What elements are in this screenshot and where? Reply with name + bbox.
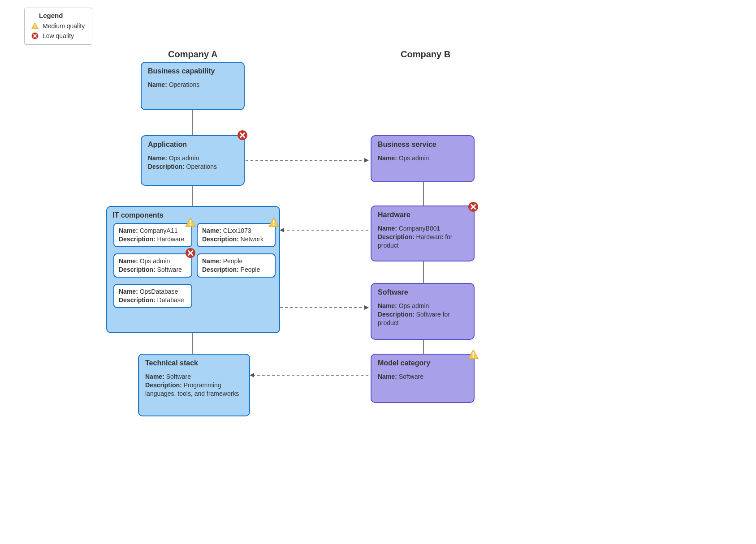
name-label: Name: (119, 288, 138, 295)
name-label: Name: (119, 227, 138, 234)
svg-rect-16 (273, 220, 275, 223)
legend-medium-label: Medium quality (43, 22, 85, 30)
software-name: Ops admin (399, 302, 429, 309)
it-database-name: OpsDatabase (140, 288, 178, 295)
name-label: Name: (148, 154, 167, 162)
desc-label: Description: (378, 311, 415, 318)
model-category-name-row: Name: Software (378, 373, 467, 381)
it-people-desc: People (241, 266, 260, 273)
svg-rect-11 (35, 27, 35, 28)
name-label: Name: (378, 373, 397, 380)
business-capability-title: Business capability (148, 67, 238, 75)
desc-label: Description: (202, 266, 239, 273)
it-database-desc: Database (157, 296, 184, 304)
name-label: Name: (378, 225, 397, 232)
technical-stack-name-row: Name: Software (145, 373, 243, 381)
application-node: Application Name: Ops admin Description:… (141, 135, 245, 186)
svg-rect-14 (190, 220, 191, 223)
technical-stack-name: Software (166, 373, 191, 380)
desc-label: Description: (119, 266, 156, 273)
it-people-name: People (223, 257, 243, 265)
name-label: Name: (378, 154, 397, 162)
application-low-badge (237, 130, 248, 141)
name-label: Name: (145, 373, 164, 380)
legend-title: Legend (39, 12, 86, 19)
name-label: Name: (378, 302, 397, 309)
application-name: Ops admin (169, 154, 199, 162)
it-component-network: Name: CLxx1073 Description: Network (197, 223, 276, 247)
hardware-name-row: Name: CompanyB001 (378, 224, 467, 233)
warning-triangle-icon (30, 22, 40, 30)
model-category-medium-badge (468, 349, 479, 360)
desc-label: Description: (148, 163, 185, 170)
svg-rect-17 (273, 224, 275, 226)
diagram-canvas: Legend Medium quality Low quality Compan… (0, 0, 756, 544)
svg-rect-21 (473, 356, 474, 358)
application-desc-row: Description: Operations (148, 163, 238, 171)
name-label: Name: (202, 227, 221, 234)
it-software-name: Ops admin (140, 257, 170, 265)
it-network-desc: Network (241, 236, 264, 243)
name-label: Name: (148, 81, 167, 88)
error-circle-icon (30, 32, 40, 40)
desc-label: Description: (378, 233, 415, 240)
technical-stack-node: Technical stack Name: Software Descripti… (138, 354, 250, 416)
it-hardware-desc: Hardware (157, 236, 185, 243)
company-a-heading: Company A (168, 49, 217, 60)
legend-low-row: Low quality (30, 32, 86, 40)
model-category-name: Software (399, 373, 423, 380)
legend-box: Legend Medium quality Low quality (24, 8, 92, 45)
hardware-desc-row: Description: Hardware for product (378, 233, 467, 250)
hardware-title: Hardware (378, 211, 467, 219)
business-service-name: Ops admin (399, 154, 429, 162)
legend-low-label: Low quality (43, 32, 74, 39)
desc-label: Description: (119, 296, 156, 304)
technical-stack-desc-row: Description: Programming languages, tool… (145, 381, 243, 398)
name-label: Name: (119, 257, 138, 265)
software-title: Software (378, 288, 467, 296)
software-desc-row: Description: Software for product (378, 310, 467, 327)
it-component-software: Name: Ops admin Description: Software (113, 253, 192, 278)
legend-medium-row: Medium quality (30, 22, 86, 30)
it-component-hardware: Name: CompanyA11 Description: Hardware (113, 223, 192, 247)
business-service-node: Business service Name: Ops admin (371, 135, 475, 182)
desc-label: Description: (202, 236, 239, 243)
business-capability-name-row: Name: Operations (148, 81, 238, 89)
model-category-title: Model category (378, 359, 467, 367)
business-service-title: Business service (378, 141, 467, 149)
it-component-people: Name: People Description: People (197, 253, 276, 278)
it-software-low-badge (185, 248, 196, 258)
model-category-node: Model category Name: Software (371, 354, 475, 403)
it-network-name: CLxx1073 (223, 227, 251, 234)
it-component-database: Name: OpsDatabase Description: Database (113, 284, 192, 308)
software-node: Software Name: Ops admin Description: So… (371, 283, 475, 340)
desc-label: Description: (119, 236, 156, 243)
business-capability-node: Business capability Name: Operations (141, 62, 245, 110)
it-hardware-medium-badge (185, 217, 196, 228)
hardware-low-badge (468, 201, 479, 212)
software-name-row: Name: Ops admin (378, 302, 467, 310)
business-capability-name: Operations (169, 81, 199, 88)
application-title: Application (148, 141, 238, 149)
svg-rect-15 (190, 224, 191, 226)
company-b-heading: Company B (401, 49, 450, 60)
name-label: Name: (202, 257, 221, 265)
hardware-name: CompanyB001 (399, 225, 441, 232)
business-service-name-row: Name: Ops admin (378, 154, 467, 163)
it-software-desc: Software (157, 266, 182, 273)
technical-stack-title: Technical stack (145, 359, 243, 367)
application-desc: Operations (186, 163, 217, 170)
hardware-node: Hardware Name: CompanyB001 Description: … (371, 206, 475, 261)
svg-rect-10 (35, 25, 35, 27)
svg-rect-20 (473, 352, 474, 356)
it-network-medium-badge (268, 217, 279, 228)
it-hardware-name: CompanyA11 (140, 227, 178, 234)
desc-label: Description: (145, 381, 182, 389)
application-name-row: Name: Ops admin (148, 154, 238, 163)
